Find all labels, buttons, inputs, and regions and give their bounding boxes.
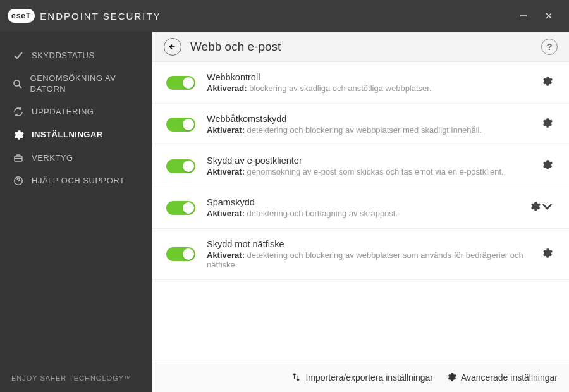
- sidebar-item-label: SKYDDSTATUS: [32, 51, 95, 61]
- sidebar-item-label: GENOMSÖKNING AV DATORN: [30, 73, 140, 94]
- sidebar-item-update[interactable]: UPPDATERING: [0, 101, 152, 123]
- setting-text: SpamskyddAktiverat: detektering och bort…: [207, 197, 516, 218]
- gear-icon: [542, 248, 553, 261]
- setting-row: WebbkontrollAktiverad: blockering av ska…: [152, 62, 569, 104]
- main: Webb och e-post ? WebbkontrollAktiverad:…: [152, 32, 569, 392]
- gear-icon: [542, 76, 553, 89]
- brand-product: ENDPOINT SECURITY: [40, 11, 161, 21]
- advanced-settings-label: Avancerade inställningar: [461, 372, 558, 383]
- import-export-link[interactable]: Importera/exportera inställningar: [291, 372, 433, 383]
- arrow-left-icon: [168, 42, 177, 51]
- toggle-switch[interactable]: [166, 247, 195, 261]
- toggle-switch[interactable]: [166, 76, 195, 90]
- gear-icon: [530, 201, 541, 214]
- setting-title: Skydd mot nätfiske: [207, 239, 528, 249]
- brand: eseT ENDPOINT SECURITY: [8, 9, 161, 23]
- import-export-label: Importera/exportera inställningar: [305, 372, 433, 383]
- refresh-icon: [11, 107, 25, 117]
- setting-row: WebbåtkomstskyddAktiverat: detektering o…: [152, 104, 569, 145]
- setting-title: Webbkontroll: [207, 72, 528, 82]
- sidebar-item-settings[interactable]: INSTÄLLNINGAR: [0, 123, 152, 147]
- nav: SKYDDSTATUS GENOMSÖKNING AV DATORN UPPDA…: [0, 32, 152, 364]
- back-button[interactable]: [164, 38, 181, 56]
- setting-desc: Aktiverat: detektering och blockering av…: [207, 250, 528, 269]
- setting-title: Spamskydd: [207, 197, 516, 207]
- setting-gear-button[interactable]: [527, 199, 555, 217]
- svg-point-3: [14, 80, 20, 86]
- help-icon: [11, 176, 25, 186]
- sidebar-item-label: HJÄLP OCH SUPPORT: [32, 176, 125, 186]
- setting-desc: Aktiverat: detektering och blockering av…: [207, 125, 528, 135]
- minimize-button[interactable]: [511, 6, 536, 25]
- advanced-settings-link[interactable]: Avancerade inställningar: [447, 372, 558, 383]
- minimize-icon: [520, 12, 527, 20]
- svg-line-4: [19, 85, 21, 88]
- help-button[interactable]: ?: [541, 39, 558, 55]
- setting-row: SpamskyddAktiverat: detektering och bort…: [152, 187, 569, 229]
- setting-gear-button[interactable]: [539, 115, 555, 133]
- import-export-icon: [291, 372, 301, 382]
- toggle-switch[interactable]: [166, 201, 195, 215]
- setting-desc: Aktiverad: blockering av skadliga och an…: [207, 83, 528, 93]
- sidebar-item-tools[interactable]: VERKTYG: [0, 147, 152, 169]
- toggle-switch[interactable]: [166, 159, 195, 173]
- setting-text: Skydd av e-postklienterAktiverat: genoms…: [207, 156, 528, 176]
- toolbox-icon: [11, 153, 25, 163]
- gear-icon: [542, 159, 553, 173]
- setting-text: Skydd mot nätfiskeAktiverat: detektering…: [207, 239, 528, 269]
- footer: Importera/exportera inställningar Avance…: [152, 362, 569, 392]
- setting-desc: Aktiverat: detektering och borttagning a…: [207, 209, 516, 218]
- gear-icon: [447, 372, 456, 382]
- sidebar-item-protection-status[interactable]: SKYDDSTATUS: [0, 44, 152, 67]
- gear-icon: [11, 130, 25, 140]
- setting-desc: Aktiverat: genomsökning av e-post som sk…: [207, 167, 528, 176]
- sidebar-item-label: VERKTYG: [32, 153, 73, 163]
- setting-gear-button[interactable]: [539, 245, 555, 264]
- svg-point-8: [18, 183, 19, 184]
- settings-list: WebbkontrollAktiverad: blockering av ska…: [152, 62, 569, 362]
- setting-title: Skydd av e-postklienter: [207, 156, 528, 166]
- page-title: Webb och e-post: [190, 40, 281, 54]
- gear-icon: [542, 118, 553, 131]
- close-icon: [545, 12, 553, 20]
- setting-text: WebbåtkomstskyddAktiverat: detektering o…: [207, 114, 528, 135]
- chevron-down-icon: [542, 201, 553, 214]
- setting-title: Webbåtkomstskydd: [207, 114, 528, 124]
- setting-row: Skydd mot nätfiskeAktiverat: detektering…: [152, 229, 569, 280]
- check-icon: [11, 51, 25, 61]
- toggle-switch[interactable]: [166, 118, 195, 132]
- setting-row: Skydd av e-postklienterAktiverat: genoms…: [152, 145, 569, 187]
- sidebar-item-label: INSTÄLLNINGAR: [32, 130, 103, 140]
- setting-text: WebbkontrollAktiverad: blockering av ska…: [207, 72, 528, 93]
- sidebar: SKYDDSTATUS GENOMSÖKNING AV DATORN UPPDA…: [0, 32, 152, 392]
- setting-gear-button[interactable]: [539, 157, 555, 175]
- main-header: Webb och e-post ?: [152, 32, 569, 62]
- search-icon: [11, 79, 24, 89]
- brand-badge: eseT: [8, 9, 35, 23]
- sidebar-item-computer-scan[interactable]: GENOMSÖKNING AV DATORN: [0, 67, 152, 101]
- sidebar-item-help[interactable]: HJÄLP OCH SUPPORT: [0, 169, 152, 192]
- tagline: ENJOY SAFER TECHNOLOGY™: [0, 364, 152, 392]
- titlebar: eseT ENDPOINT SECURITY: [0, 0, 569, 32]
- setting-gear-button[interactable]: [539, 73, 555, 92]
- sidebar-item-label: UPPDATERING: [32, 107, 94, 117]
- close-button[interactable]: [536, 6, 561, 25]
